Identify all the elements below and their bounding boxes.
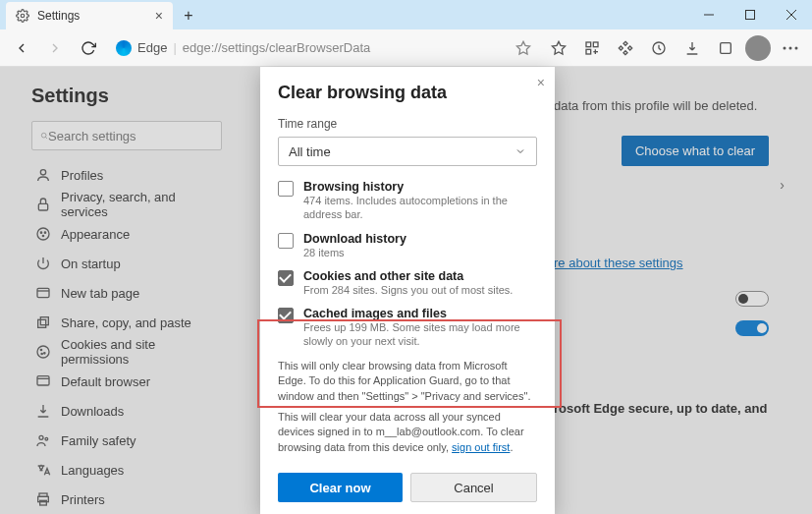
svg-point-15 (789, 46, 792, 49)
more-icon[interactable] (777, 34, 804, 62)
clear-option-2: Cookies and other site dataFrom 284 site… (278, 269, 537, 297)
browser-toolbar: Edge | edge://settings/clearBrowserData (0, 29, 812, 67)
refresh-button[interactable] (75, 34, 102, 62)
address-label: Edge (137, 40, 167, 55)
chevron-down-icon (514, 145, 526, 157)
svg-rect-9 (586, 49, 591, 54)
option-title: Cookies and other site data (303, 269, 513, 283)
forward-button (41, 34, 69, 62)
edge-icon (116, 40, 132, 56)
gear-icon (16, 9, 29, 23)
checkbox-3[interactable] (278, 308, 294, 323)
profile-avatar[interactable] (745, 35, 771, 61)
svg-point-0 (21, 14, 25, 18)
options-scroll-area: Browsing history474 items. Includes auto… (278, 180, 537, 461)
svg-marker-5 (516, 41, 529, 54)
back-button[interactable] (8, 34, 35, 62)
collections-icon[interactable] (578, 34, 606, 62)
time-range-value: All time (289, 144, 331, 159)
browser-tab[interactable]: Settings × (6, 2, 173, 29)
time-range-dropdown[interactable]: All time (278, 137, 537, 166)
svg-marker-6 (552, 41, 565, 54)
checkbox-2[interactable] (278, 270, 294, 286)
new-tab-button[interactable]: + (177, 4, 200, 28)
note-sync: This will clear your data across all you… (278, 410, 537, 455)
close-window-button[interactable] (771, 0, 812, 29)
app-icon[interactable] (712, 34, 739, 62)
maximize-button[interactable] (730, 0, 771, 29)
sign-out-first-link[interactable]: sign out first (452, 441, 510, 453)
window-controls (688, 0, 812, 29)
clear-option-0: Browsing history474 items. Includes auto… (278, 180, 537, 222)
note-application-guard: This will only clear browsing data from … (278, 359, 537, 404)
minimize-button[interactable] (688, 0, 730, 29)
close-dialog-icon[interactable]: × (537, 75, 545, 90)
dialog-title: Clear browsing data (278, 83, 537, 103)
performance-icon[interactable] (645, 34, 673, 62)
close-tab-icon[interactable]: × (155, 8, 163, 24)
address-bar[interactable]: Edge | edge://settings/clearBrowserData (108, 34, 539, 62)
address-separator: | (173, 40, 176, 55)
favorites-icon[interactable] (545, 34, 572, 62)
dialog-buttons: Clear now Cancel (278, 473, 537, 502)
extensions-icon[interactable] (612, 34, 639, 62)
svg-point-14 (784, 46, 786, 49)
checkbox-0[interactable] (278, 181, 294, 197)
cancel-button[interactable]: Cancel (410, 473, 537, 502)
svg-point-16 (795, 46, 798, 49)
svg-rect-7 (586, 42, 591, 47)
downloads-icon[interactable] (678, 34, 706, 62)
read-aloud-icon[interactable] (515, 40, 531, 56)
address-url: edge://settings/clearBrowserData (183, 40, 370, 55)
clear-browsing-data-dialog: × Clear browsing data Time range All tim… (260, 67, 555, 514)
checkbox-1[interactable] (278, 233, 294, 249)
svg-rect-8 (593, 42, 598, 47)
clear-now-button[interactable]: Clear now (278, 473, 403, 502)
svg-rect-2 (746, 11, 755, 20)
option-title: Download history (303, 232, 406, 246)
option-title: Cached images and files (303, 307, 537, 320)
option-subtitle: 28 items (303, 246, 406, 259)
clear-option-1: Download history28 items (278, 232, 537, 259)
title-bar: Settings × + (0, 0, 812, 29)
option-subtitle: Frees up 199 MB. Some sites may load mor… (303, 320, 537, 349)
time-range-label: Time range (278, 117, 537, 131)
clear-option-3: Cached images and filesFrees up 199 MB. … (278, 307, 537, 349)
tab-title: Settings (37, 9, 147, 23)
svg-rect-13 (721, 42, 731, 53)
option-subtitle: 474 items. Includes autocompletions in t… (303, 194, 537, 222)
option-title: Browsing history (303, 180, 537, 194)
option-subtitle: From 284 sites. Signs you out of most si… (303, 283, 513, 297)
